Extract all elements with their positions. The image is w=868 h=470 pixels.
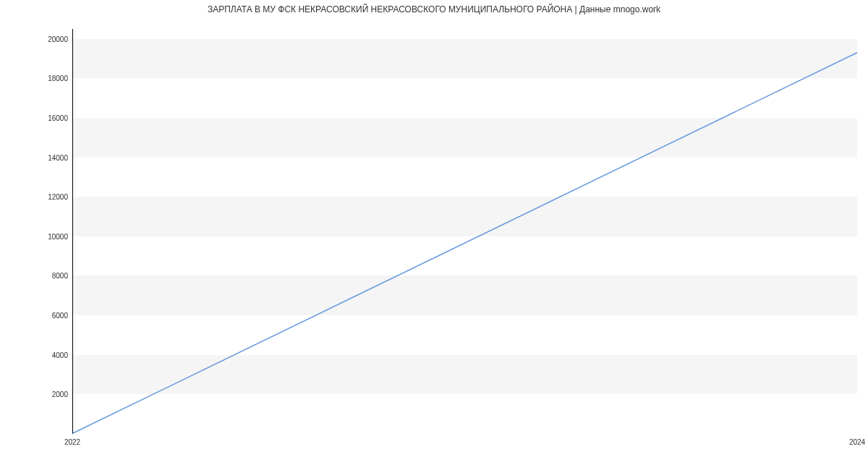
y-tick-label: 18000 — [32, 74, 68, 82]
y-tick-label: 12000 — [32, 193, 68, 201]
y-tick-label: 4000 — [32, 351, 68, 359]
data-line — [73, 29, 857, 433]
y-tick-label: 10000 — [32, 232, 68, 240]
x-tick-label: 2024 — [849, 438, 865, 446]
y-tick-label: 6000 — [32, 312, 68, 320]
plot-area — [72, 29, 857, 434]
y-tick-label: 16000 — [32, 114, 68, 121]
chart-title: ЗАРПЛАТА В МУ ФСК НЕКРАСОВСКИЙ НЕКРАСОВС… — [0, 4, 868, 14]
chart-container: ЗАРПЛАТА В МУ ФСК НЕКРАСОВСКИЙ НЕКРАСОВС… — [0, 0, 868, 470]
x-tick-label: 2022 — [64, 438, 80, 446]
y-tick-label: 8000 — [32, 272, 68, 280]
y-tick-label: 20000 — [32, 35, 68, 43]
y-tick-label: 14000 — [32, 153, 68, 161]
y-tick-label: 2000 — [32, 390, 68, 398]
